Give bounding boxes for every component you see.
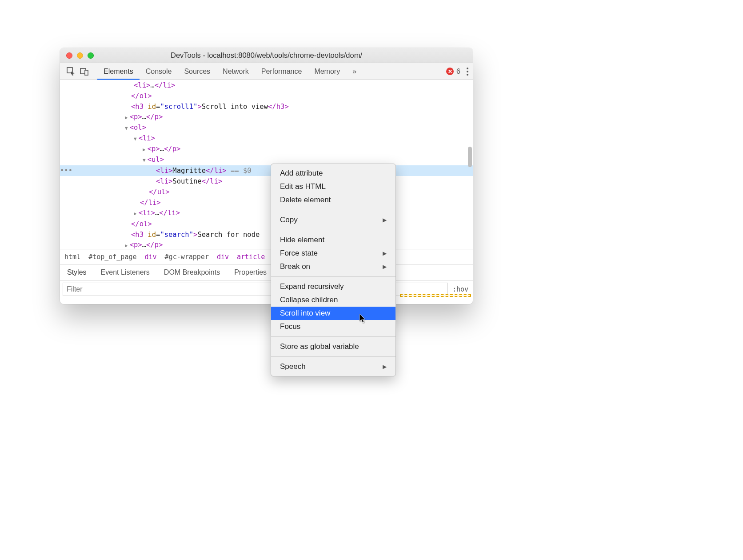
dom-line-content[interactable]: <ol> (68, 122, 146, 134)
menu-item-delete-element[interactable]: Delete element (271, 193, 395, 207)
menu-separator (271, 210, 395, 210)
dom-line-content[interactable]: <p>…</p> (68, 240, 163, 249)
dom-line-content[interactable]: <li>Soutine</li> (68, 176, 222, 187)
dom-line[interactable]: </ul> (60, 187, 473, 197)
expand-toggle-icon[interactable] (143, 155, 146, 166)
dom-line[interactable]: <ul> (60, 155, 473, 165)
menu-separator (271, 356, 395, 357)
dom-line[interactable]: <p>…</p> (60, 240, 473, 249)
expand-toggle-icon[interactable] (125, 240, 128, 249)
dom-line[interactable]: <ol> (60, 123, 473, 133)
menu-item-hide-element[interactable]: Hide element (271, 233, 395, 247)
tab-console[interactable]: Console (140, 63, 178, 80)
menu-item-label: Focus (280, 322, 300, 331)
dom-line[interactable]: <li> (60, 133, 473, 144)
breadcrumb-item[interactable]: #gc-wrapper (165, 253, 209, 261)
dom-line-content[interactable]: <ul> (68, 154, 164, 166)
menu-item-force-state[interactable]: Force state▶ (271, 247, 395, 260)
dom-line[interactable]: <h3 id="scroll1">Scroll into view</h3> (60, 101, 473, 112)
menu-item-expand-recursively[interactable]: Expand recursively (271, 280, 395, 293)
breadcrumb-item[interactable]: html (64, 253, 80, 261)
dom-line[interactable]: <p>…</p> (60, 144, 473, 155)
menu-item-break-on[interactable]: Break on▶ (271, 260, 395, 273)
more-menu-icon[interactable] (467, 68, 468, 76)
menu-item-label: Add attribute (280, 169, 323, 178)
expand-toggle-icon[interactable] (143, 144, 146, 155)
menu-item-speech[interactable]: Speech▶ (271, 360, 395, 373)
dom-line-content[interactable]: </ol> (68, 219, 152, 229)
dom-line-content[interactable]: <li>…</li> (68, 208, 180, 219)
styles-tab-event-listeners[interactable]: Event Listeners (94, 264, 157, 280)
tab-sources[interactable]: Sources (178, 63, 216, 80)
menu-item-focus[interactable]: Focus (271, 320, 395, 333)
elements-dom-tree[interactable]: <li>…</li></ol><h3 id="scroll1">Scroll i… (60, 80, 473, 249)
breadcrumb-item[interactable]: article (237, 253, 265, 261)
menu-item-collapse-children[interactable]: Collapse children (271, 293, 395, 307)
breadcrumb-item[interactable]: #top_of_page (88, 253, 136, 261)
tab-network[interactable]: Network (216, 63, 255, 80)
devtools-toolbar: Elements Console Sources Network Perform… (60, 63, 473, 80)
tab-elements[interactable]: Elements (97, 64, 140, 80)
menu-item-copy[interactable]: Copy▶ (271, 213, 395, 227)
dom-line[interactable]: <li>Soutine</li> (60, 176, 473, 187)
breadcrumb-item[interactable]: div (145, 253, 157, 261)
dom-line-content[interactable]: <p>…</p> (68, 144, 180, 155)
dom-line[interactable]: <p>…</p> (60, 112, 473, 123)
dom-line[interactable]: </ol> (60, 219, 473, 229)
expand-toggle-icon[interactable] (134, 134, 137, 144)
menu-item-label: Delete element (280, 196, 331, 204)
submenu-arrow-icon: ▶ (383, 250, 387, 256)
dom-line-content[interactable]: <h3 id="scroll1">Scroll into view</h3> (68, 101, 289, 112)
styles-panel-tabs: Styles Event Listeners DOM Breakpoints P… (60, 264, 473, 280)
context-menu: Add attributeEdit as HTMLDelete elementC… (271, 164, 396, 376)
menu-item-scroll-into-view[interactable]: Scroll into view (271, 307, 395, 320)
menu-item-edit-as-html[interactable]: Edit as HTML (271, 180, 395, 193)
menu-item-label: Edit as HTML (280, 182, 326, 191)
tab-performance[interactable]: Performance (255, 63, 308, 80)
dom-line[interactable]: <h3 id="search">Search for node (60, 229, 473, 240)
window-title: DevTools - localhost:8080/web/tools/chro… (60, 51, 473, 60)
menu-item-label: Break on (280, 262, 310, 271)
dom-line[interactable]: </li> (60, 197, 473, 208)
dom-line-content[interactable]: <li>…</li> (68, 80, 175, 91)
menu-separator (271, 230, 395, 230)
dom-line-content[interactable]: <li>Magritte</li> == $0 (68, 165, 252, 176)
styles-tab-properties[interactable]: Properties (227, 264, 274, 280)
dom-line[interactable]: <li>…</li> (60, 80, 473, 91)
breadcrumb-item[interactable]: div (217, 253, 229, 261)
dom-line-content[interactable]: </li> (68, 197, 161, 208)
dom-line-content[interactable]: </ul> (68, 187, 170, 197)
styles-tab-dom-breakpoints[interactable]: DOM Breakpoints (157, 264, 227, 280)
dom-line-content[interactable]: <h3 id="search">Search for node (68, 229, 260, 240)
expand-toggle-icon[interactable] (134, 208, 137, 219)
menu-item-store-as-global-variable[interactable]: Store as global variable (271, 340, 395, 353)
menu-item-label: Hide element (280, 236, 324, 244)
menu-item-add-attribute[interactable]: Add attribute (271, 167, 395, 180)
styles-filter-row: :hov (60, 280, 473, 298)
submenu-arrow-icon: ▶ (383, 264, 387, 270)
expand-toggle-icon[interactable] (125, 123, 128, 134)
vertical-scrollbar[interactable] (468, 147, 472, 167)
menu-item-label: Expand recursively (280, 282, 344, 291)
error-count-badge[interactable]: ✕ 6 (446, 68, 460, 76)
dom-line-content[interactable]: </ol> (68, 91, 152, 101)
tab-memory[interactable]: Memory (308, 63, 346, 80)
inspect-icon[interactable] (66, 67, 76, 76)
device-toggle-icon[interactable] (80, 67, 89, 76)
error-x-icon: ✕ (446, 68, 454, 75)
menu-item-label: Force state (280, 249, 318, 258)
dom-line[interactable]: <li>…</li> (60, 208, 473, 219)
hov-toggle[interactable]: :hov (452, 285, 468, 293)
dom-line[interactable]: </ol> (60, 91, 473, 101)
menu-item-label: Copy (280, 216, 298, 224)
dom-breadcrumb[interactable]: html#top_of_pagediv#gc-wrapperdivarticle (60, 249, 473, 264)
menu-separator (271, 276, 395, 277)
dom-line-content[interactable]: <li> (68, 133, 155, 144)
styles-tab-styles[interactable]: Styles (60, 264, 94, 280)
expand-toggle-icon[interactable] (125, 112, 128, 123)
dom-line[interactable]: •••<li>Magritte</li> == $0 (60, 165, 473, 176)
svg-rect-2 (85, 70, 88, 75)
tabs-overflow-icon[interactable]: » (346, 63, 363, 80)
menu-item-label: Speech (280, 362, 306, 371)
dom-line-content[interactable]: <p>…</p> (68, 112, 163, 123)
